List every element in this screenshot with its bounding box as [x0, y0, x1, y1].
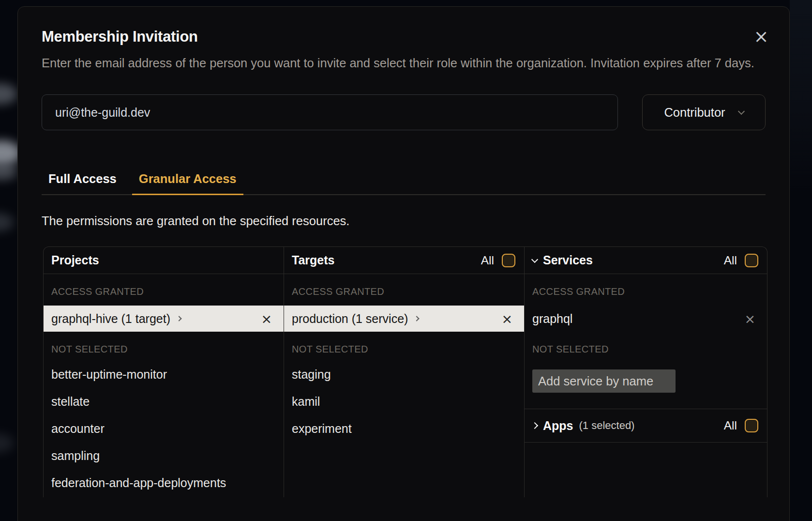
targets-header-label: Targets [292, 253, 334, 267]
list-item-project[interactable]: better-uptime-monitor [44, 361, 284, 388]
close-icon[interactable]: × [751, 26, 772, 47]
apps-row[interactable]: Apps (1 selected) All [525, 409, 767, 443]
tab-full-access[interactable]: Full Access [42, 172, 123, 194]
services-header-label: Services [543, 253, 593, 267]
apps-all-label: All [724, 419, 737, 432]
services-all-label: All [724, 254, 737, 267]
chevron-right-icon [176, 316, 181, 321]
list-item-target[interactable]: experiment [284, 415, 524, 442]
apps-label: Apps [543, 419, 573, 433]
projects-not-selected-list: better-uptime-monitor stellate accounter… [44, 361, 284, 496]
list-item-project[interactable]: accounter [44, 415, 284, 442]
backdrop-gradient [790, 0, 812, 194]
targets-not-selected-list: staging kamil experiment [284, 361, 524, 442]
list-item-target[interactable]: staging [284, 361, 524, 388]
backdrop-blur-fragment [0, 163, 17, 180]
dialog-description: Enter the email address of the person yo… [42, 54, 766, 72]
projects-header: Projects [44, 247, 284, 274]
services-header[interactable]: Services All [525, 247, 767, 274]
access-tabs: Full Access Granular Access [42, 172, 766, 195]
not-selected-label: NOT SELECTED [51, 344, 276, 355]
list-item-project[interactable]: federation-and-app-deployments [44, 469, 284, 496]
targets-all-label: All [481, 254, 494, 267]
projects-header-label: Projects [51, 253, 99, 267]
granted-service-row[interactable]: graphql × [525, 306, 767, 332]
membership-invitation-dialog: × Membership Invitation Enter the email … [17, 6, 790, 521]
backdrop-blur-fragment [0, 83, 17, 105]
services-all-checkbox[interactable] [745, 254, 758, 267]
chevron-right-icon [531, 422, 538, 429]
permissions-note: The permissions are granted on the speci… [42, 214, 766, 228]
role-select[interactable]: Contributor [642, 94, 766, 130]
tab-granular-access[interactable]: Granular Access [132, 172, 243, 194]
role-select-value: Contributor [664, 106, 725, 120]
services-column: Services All ACCESS GRANTED graphql × NO… [525, 247, 767, 497]
granted-target-row[interactable]: production (1 service) × [284, 306, 524, 332]
not-selected-label: NOT SELECTED [532, 344, 759, 355]
invite-form-row: Contributor [42, 94, 766, 130]
targets-header: Targets All [284, 247, 524, 274]
list-item-target[interactable]: kamil [284, 388, 524, 415]
backdrop-blur-fragment [0, 213, 14, 231]
targets-all-checkbox[interactable] [502, 254, 515, 267]
list-item-project[interactable]: sampling [44, 442, 284, 469]
access-granted-label: ACCESS GRANTED [292, 286, 516, 297]
granted-project-label: graphql-hive (1 target) [51, 312, 170, 326]
apps-selected-count: (1 selected) [579, 419, 635, 432]
remove-target-icon[interactable]: × [501, 312, 512, 325]
chevron-down-icon [531, 256, 538, 262]
projects-column: Projects ACCESS GRANTED graphql-hive (1 … [44, 247, 284, 497]
add-service-input[interactable] [532, 369, 676, 393]
list-item-project[interactable]: stellate [44, 388, 284, 415]
resources-table: Projects ACCESS GRANTED graphql-hive (1 … [43, 246, 767, 497]
access-granted-label: ACCESS GRANTED [532, 286, 759, 297]
granted-target-label: production (1 service) [292, 312, 408, 326]
not-selected-label: NOT SELECTED [292, 344, 516, 355]
dialog-title: Membership Invitation [42, 28, 766, 46]
access-granted-label: ACCESS GRANTED [51, 286, 276, 297]
targets-column: Targets All ACCESS GRANTED production (1… [284, 247, 525, 497]
chevron-right-icon [414, 316, 420, 321]
granted-project-row[interactable]: graphql-hive (1 target) × [44, 306, 284, 332]
remove-project-icon[interactable]: × [261, 312, 272, 325]
apps-all-checkbox[interactable] [745, 419, 758, 432]
remove-service-icon[interactable]: × [744, 312, 755, 325]
chevron-down-icon [738, 108, 745, 115]
backdrop-blur-fragment [0, 433, 14, 453]
email-field[interactable] [42, 94, 618, 130]
granted-service-label: graphql [532, 312, 572, 326]
